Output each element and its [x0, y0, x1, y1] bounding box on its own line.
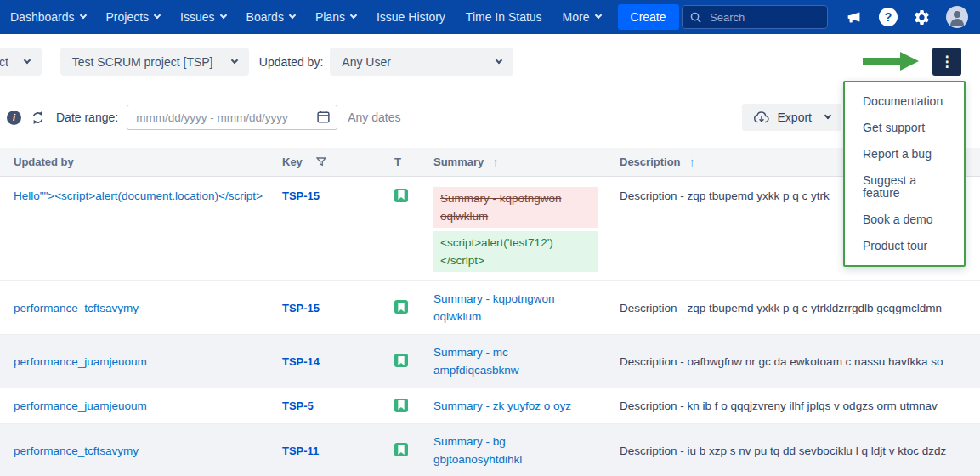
menu-item[interactable]: Documentation	[845, 88, 964, 115]
chevron-down-icon	[594, 12, 601, 19]
date-range-input[interactable]	[127, 105, 337, 130]
sort-ascending-icon[interactable]: ↑	[689, 156, 696, 168]
toolbar: i Date range: Any dates	[0, 104, 980, 131]
export-cloud-icon	[753, 110, 770, 124]
kebab-menu-button[interactable]: ⋮	[932, 48, 961, 76]
megaphone-icon[interactable]	[845, 8, 864, 26]
refresh-icon[interactable]	[31, 110, 45, 125]
updated-by-link[interactable]: Hello""><script>alert(document.location)…	[14, 190, 263, 202]
issue-key-link[interactable]: TSP-15	[282, 190, 320, 202]
filter-funnel-icon[interactable]	[316, 157, 326, 167]
summary-diff: Summary - kqpotngwon oqlwklum <script>al…	[433, 187, 598, 272]
updated-by-link[interactable]: performance_juamjeuoum	[14, 355, 147, 368]
summary-link[interactable]: Summary - zk yuyfoz o oyz	[433, 397, 571, 415]
chevron-down-icon	[350, 12, 357, 19]
updated-by-link[interactable]: performance_juamjeuoum	[14, 400, 147, 412]
updated-by-link[interactable]: performance_tcftsavymy	[14, 302, 139, 314]
chevron-down-icon	[154, 12, 161, 19]
filter-bar: ject Test SCRUM project [TSP] Updated by…	[0, 48, 980, 76]
table-row: Hello""><script>alert(document.location)…	[0, 177, 980, 281]
nav-more[interactable]: More	[552, 0, 611, 34]
description-cell: Description - kn ib f o qqqjzvreny ilhf …	[613, 388, 980, 424]
issue-key-link[interactable]: TSP-5	[282, 400, 314, 412]
vertical-ellipsis-icon: ⋮	[940, 53, 955, 71]
chevron-down-icon	[24, 56, 31, 63]
calendar-icon[interactable]	[316, 110, 331, 128]
story-type-icon	[394, 443, 408, 456]
table-row: performance_tcftsavymy TSP-11 Summary - …	[0, 424, 980, 476]
header-summary[interactable]: Summary↑	[427, 148, 613, 177]
summary-added-text: <script>alert('test712') </script>	[433, 231, 598, 272]
description-cell: Description - oafbwgfnw nr gc da ewkotoa…	[613, 335, 980, 388]
story-type-icon	[394, 300, 408, 314]
nav-dashboards[interactable]: Dashboards	[0, 0, 96, 34]
issue-key-link[interactable]: TSP-11	[282, 445, 319, 457]
chevron-down-icon	[289, 12, 296, 19]
table-row: performance_tcftsavymy TSP-15 Summary - …	[0, 281, 980, 335]
date-range-label: Date range:	[56, 110, 118, 124]
summary-link[interactable]: Summary - bg gbjtoanosyhtdihkl	[433, 433, 586, 468]
updated-by-dropdown[interactable]: Any User	[330, 48, 513, 76]
issue-history-table: Updated by Key T Summary↑ Description↑ H…	[0, 148, 980, 476]
issue-key-link[interactable]: TSP-14	[282, 355, 320, 368]
menu-item[interactable]: Suggest a feature	[845, 167, 964, 207]
summary-link[interactable]: Summary - mc ampfdiqcasbknw	[433, 343, 586, 379]
summary-removed-text: Summary - kqpotngwon oqlwklum	[433, 187, 598, 228]
story-type-icon	[394, 399, 408, 412]
chevron-down-icon	[79, 12, 86, 19]
nav-boards[interactable]: Boards	[236, 0, 305, 34]
date-range-field	[127, 105, 337, 130]
nav-issue-history[interactable]: Issue History	[366, 0, 456, 34]
menu-item[interactable]: Get support	[845, 115, 964, 141]
nav-issues[interactable]: Issues	[170, 0, 235, 34]
chevron-down-icon	[496, 56, 502, 63]
nav-projects[interactable]: Projects	[96, 0, 171, 34]
sort-ascending-icon[interactable]: ↑	[492, 156, 499, 168]
nav-time-in-status[interactable]: Time In Status	[456, 0, 552, 34]
header-type[interactable]: T	[388, 148, 427, 177]
chevron-down-icon	[219, 12, 226, 19]
table-header-row: Updated by Key T Summary↑ Description↑	[0, 148, 980, 177]
search-input[interactable]	[708, 10, 820, 25]
description-cell: Description - iu b xzp s nv pu tq dd sev…	[613, 424, 980, 476]
updated-by-label: Updated by:	[259, 55, 324, 69]
annotation-arrow	[863, 52, 919, 71]
menu-item[interactable]: Report a bug	[845, 141, 964, 167]
gear-icon[interactable]	[913, 8, 931, 26]
create-button[interactable]: Create	[618, 4, 679, 30]
table-row: performance_juamjeuoum TSP-5 Summary - z…	[0, 388, 980, 424]
top-navbar: Dashboards Projects Issues Boards Plans …	[0, 0, 980, 34]
issue-key-link[interactable]: TSP-15	[282, 302, 320, 314]
updated-by-link[interactable]: performance_tcftsavymy	[14, 445, 139, 457]
header-key[interactable]: Key	[275, 148, 388, 177]
description-cell: Description - zqp tbupemd yxkk p q c ytr…	[613, 281, 980, 335]
search-icon	[689, 11, 702, 24]
header-updated-by[interactable]: Updated by	[0, 148, 275, 177]
global-search[interactable]	[682, 5, 828, 29]
story-type-icon	[394, 354, 408, 367]
table-row: performance_juamjeuoum TSP-14 Summary - …	[0, 335, 980, 388]
help-menu: DocumentationGet supportReport a bugSugg…	[843, 81, 966, 267]
navbar-icon-cluster: ?	[845, 6, 968, 28]
story-type-icon	[394, 189, 408, 202]
help-icon[interactable]: ?	[879, 8, 898, 26]
menu-item[interactable]: Product tour	[845, 233, 964, 259]
project-selector-dropdown[interactable]: Test SCRUM project [TSP]	[60, 48, 249, 76]
issue-table-body: Hello""><script>alert(document.location)…	[0, 177, 980, 476]
chevron-down-icon	[231, 56, 238, 63]
project-type-dropdown[interactable]: ject	[0, 48, 42, 76]
avatar[interactable]	[946, 6, 968, 28]
nav-plans[interactable]: Plans	[305, 0, 366, 34]
menu-item[interactable]: Book a demo	[845, 207, 964, 233]
summary-link[interactable]: Summary - kqpotngwon oqlwklum	[433, 290, 586, 326]
info-icon[interactable]: i	[7, 110, 21, 125]
date-range-hint: Any dates	[348, 110, 400, 124]
chevron-down-icon	[824, 112, 831, 119]
export-button[interactable]: Export	[742, 104, 841, 131]
